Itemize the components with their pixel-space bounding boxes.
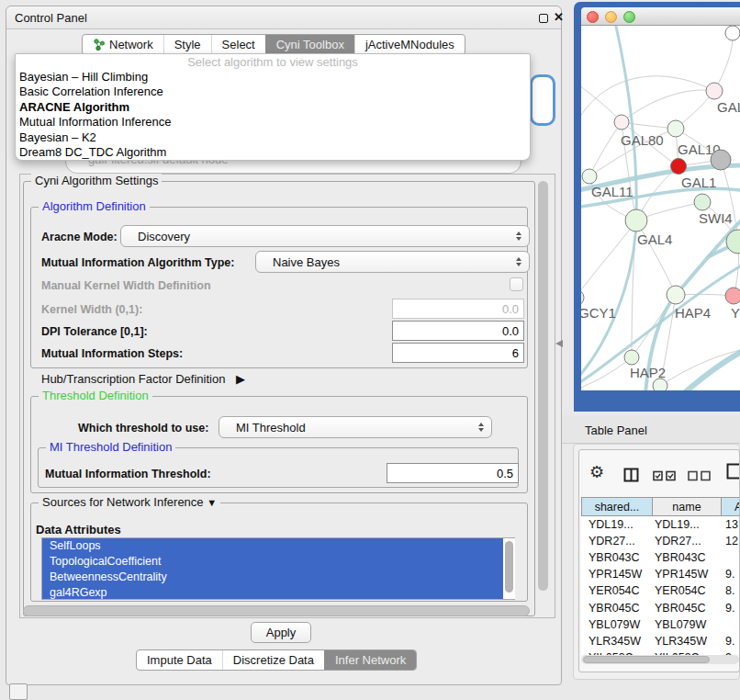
settings-horizontal-scrollbar[interactable] [23,605,530,616]
unchecked-pair-icon[interactable] [688,470,712,481]
network-edge[interactable] [581,76,714,125]
network-node-gal11[interactable] [582,169,597,184]
network-edge[interactable] [581,220,636,298]
network-node-gal[interactable] [706,83,723,99]
table-row[interactable]: YER054CYER054C8. [581,582,740,599]
mi-type-value: Naive Bayes [273,255,340,269]
manual-kernel-checkbox[interactable] [510,277,523,291]
table-row[interactable]: YPR145WYPR145W9. [581,566,740,582]
algorithm-option-bayesian-hill-climbing[interactable]: Bayesian – Hill Climbing [16,70,530,85]
table-panel-header: Table Panel [562,415,740,444]
table-row[interactable]: YBL079WYBL079W [581,616,740,633]
data-attributes-label: Data Attributes [36,523,121,536]
dpi-tolerance-label: DPI Tolerance [0,1]: [41,325,148,338]
attributes-list-scrollbar[interactable] [503,538,515,599]
settings-vertical-scrollbar[interactable] [536,175,551,616]
tab-select[interactable]: Select [211,35,265,54]
sources-group-title[interactable]: Sources for Network Inference ▼ [39,495,220,509]
network-node-swi4[interactable] [694,194,711,210]
tab-style[interactable]: Style [163,35,211,54]
network-node-hap2[interactable] [624,350,639,365]
tab-network[interactable]: Network [83,35,163,54]
algorithm-option-bayesian-k2[interactable]: Bayesian – K2 [16,130,530,145]
attribute-item-betweennesscentrality[interactable]: BetweennessCentrality [42,570,514,585]
network-node[interactable] [711,150,731,170]
network-node-gal10[interactable] [667,120,684,137]
table-row[interactable]: YDL19...YDL19...13 [581,516,740,533]
aracne-mode-value: Discovery [138,230,190,243]
node-label-swi4: SWI4 [699,210,733,226]
algorithm-option-mutual-information-inference[interactable]: Mutual Information Inference [16,115,530,130]
node-label-gal: GAL [717,99,740,115]
table-cell: YDL19... [581,518,652,531]
tab-infer-network[interactable]: Infer Network [324,650,416,670]
window-minimize-icon[interactable] [605,11,617,23]
table-cell: 8. [721,584,740,597]
attribute-item-topologicalcoefficient[interactable]: TopologicalCoefficient [42,554,514,570]
attribute-item-selfloops[interactable]: SelfLoops [42,538,514,554]
mi-threshold-input[interactable] [387,463,519,483]
focused-combobox-edge[interactable] [530,74,555,126]
table-row[interactable]: YBR043CYBR043C [581,549,740,566]
scrollbar-thumb[interactable] [505,541,513,593]
kernel-width-input[interactable] [392,299,524,319]
column-header-a[interactable]: A [722,498,740,515]
network-edge[interactable] [714,33,733,91]
network-edge[interactable] [581,83,622,122]
algorithm-option-dream8-dc-tdc-algorithm[interactable]: Dream8 DC_TDC Algorithm [16,145,530,160]
sources-collapse-icon[interactable]: ▼ [207,497,217,508]
network-edge-highlighted[interactable] [684,349,740,390]
algorithm-option-basic-correlation-inference[interactable]: Basic Correlation Inference [16,85,530,99]
gear-icon[interactable]: ⚙ [589,464,604,480]
tab-impute-data[interactable]: Impute Data [137,650,222,670]
table-horizontal-scrollbar[interactable] [581,655,739,664]
network-node[interactable] [653,378,667,390]
mi-steps-label: Mutual Information Steps: [41,347,183,360]
network-node-hap4[interactable] [667,286,685,304]
network-edge[interactable] [589,122,622,176]
mi-type-combobox[interactable]: Naive Bayes [255,251,530,273]
tab-jactivemnodules[interactable]: jActiveMNodules [354,35,465,54]
network-graph[interactable]: GALGAL80GAL10GAL1GAL11SWI4GAL4HAP4YGCY1H… [581,26,740,390]
which-threshold-combobox[interactable]: MI Threshold [219,416,492,438]
table-row[interactable]: YLR345WYLR345W9. [581,633,740,649]
algorithm-option-aracne-algorithm[interactable]: ARACNE Algorithm [16,100,530,115]
network-tab-icon [93,39,105,51]
dpi-tolerance-input[interactable] [392,321,524,341]
panel-icon-partial[interactable] [726,463,740,480]
network-node-gal4[interactable] [625,209,647,231]
columns-icon[interactable] [623,468,639,482]
network-canvas[interactable]: GALGAL80GAL10GAL1GAL11SWI4GAL4HAP4YGCY1H… [581,26,740,390]
table-row[interactable]: YDR27...YDR27...12 [581,533,740,549]
tab-discretize-data[interactable]: Discretize Data [222,650,324,670]
network-node[interactable] [725,26,740,40]
column-header-name[interactable]: name [653,498,722,515]
window-zoom-icon[interactable] [623,11,635,23]
table-cell: 9. [721,602,740,615]
mi-steps-input[interactable] [392,343,524,363]
network-node-gal80[interactable] [614,115,629,130]
network-node-y[interactable] [725,288,740,304]
close-icon[interactable]: ✕ [554,10,564,24]
float-window-icon[interactable] [539,14,548,23]
data-attributes-list[interactable]: SelfLoopsTopologicalCoefficientBetweenne… [41,537,515,600]
tab-cyni-toolbox[interactable]: Cyni Toolbox [265,35,354,54]
network-edge[interactable] [721,160,738,242]
table-row[interactable]: YBR045CYBR045C9. [581,599,740,615]
bottom-left-button[interactable] [9,683,28,700]
attribute-item-gal4rgexp[interactable]: gal4RGexp [42,585,514,600]
control-panel-tabbar: NetworkStyleSelectCyni ToolboxjActiveMNo… [82,34,465,55]
hub-definition-toggle[interactable]: Hub/Transcription Factor Definition ▶ [41,372,245,386]
apply-button[interactable]: Apply [251,622,311,643]
table-cell: YPR145W [652,568,721,581]
network-node-gal1[interactable] [671,159,687,175]
column-header-shared[interactable]: shared... [582,498,653,515]
scrollbar-thumb[interactable] [583,656,710,663]
scrollbar-thumb[interactable] [538,181,548,591]
checked-pair-icon[interactable] [653,470,677,481]
window-close-icon[interactable] [587,11,599,23]
network-node-gcy1[interactable] [581,289,584,306]
aracne-mode-combobox[interactable]: Discovery [120,225,530,247]
control-panel-titlebar: Control Panel ✕ [6,6,561,29]
hub-expand-icon[interactable]: ▶ [236,372,245,386]
